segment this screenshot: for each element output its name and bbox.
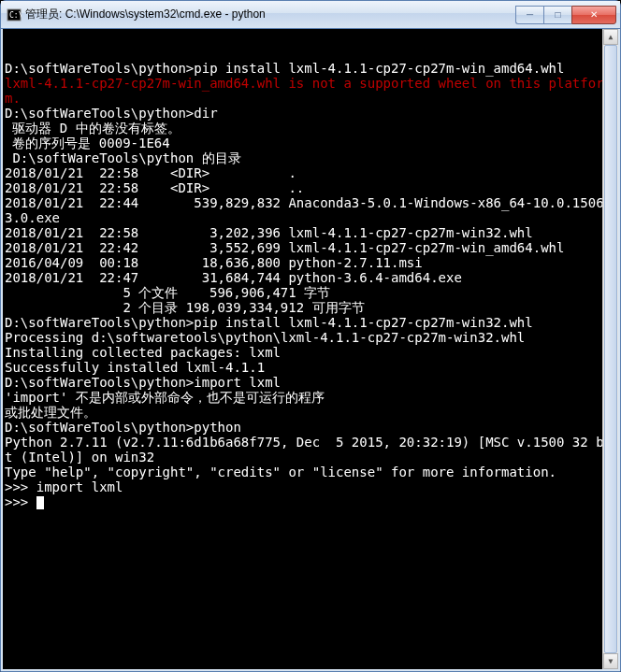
chevron-down-icon: ▼ [609,654,614,669]
terminal-line: D:\softWareTools\python>python [5,420,616,435]
vertical-scrollbar[interactable]: ▲ ▼ [602,29,618,669]
terminal-line: 2018/01/21 22:42 3,552,699 lxml-4.1.1-cp… [5,240,616,255]
terminal-area[interactable]: D:\softWareTools\python>pip install lxml… [1,29,620,671]
terminal-line: 驱动器 D 中的卷没有标签。 [5,121,616,136]
scroll-up-button[interactable]: ▲ [603,29,618,45]
cursor [36,496,44,509]
terminal-line: 2018/01/21 22:47 31,684,744 python-3.6.4… [5,270,616,285]
chevron-up-icon: ▲ [609,30,614,45]
terminal-line: 2018/01/21 22:58 <DIR> . [5,165,616,180]
window-controls: ─ □ ✕ [515,6,616,24]
terminal-line: Processing d:\softwaretools\python\lxml-… [5,330,616,345]
terminal-line: Type "help", "copyright", "credits" or "… [5,465,616,479]
terminal-line: Installing collected packages: lxml [5,345,616,360]
scroll-down-button[interactable]: ▼ [603,653,618,669]
terminal-line: 2018/01/21 22:58 <DIR> .. [5,180,616,195]
cmd-icon: C:\ [7,7,22,22]
terminal-line: D:\softWareTools\python>pip install lxml… [5,61,616,76]
terminal-line: 2018/01/21 22:44 539,829,832 Anaconda3-5… [5,195,616,225]
terminal-line: lxml-4.1.1-cp27-cp27m-win_amd64.whl is n… [5,76,616,106]
terminal-line: D:\softWareTools\python 的目录 [5,150,616,165]
terminal-line: D:\softWareTools\python>import lxml [5,375,616,390]
window-title: 管理员: C:\Windows\system32\cmd.exe - pytho… [25,7,515,22]
terminal-line: Successfully installed lxml-4.1.1 [5,360,616,375]
minimize-icon: ─ [527,9,533,20]
terminal-line: 卷的序列号是 0009-1E64 [5,136,616,150]
close-button[interactable]: ✕ [571,6,616,24]
terminal-line: 2016/04/09 00:18 18,636,800 python-2.7.1… [5,255,616,270]
close-icon: ✕ [590,9,598,20]
terminal-line: >>> [5,494,616,509]
svg-text:C:\: C:\ [9,11,22,20]
terminal-line: 5 个文件 596,906,471 字节 [5,285,616,300]
terminal-line: Python 2.7.11 (v2.7.11:6d1b6a68f775, Dec… [5,435,616,465]
minimize-button[interactable]: ─ [515,6,543,24]
scrollbar-track[interactable] [603,45,618,653]
cmd-window: C:\ 管理员: C:\Windows\system32\cmd.exe - p… [0,0,621,672]
terminal-content: D:\softWareTools\python>pip install lxml… [5,61,616,509]
terminal-line: D:\softWareTools\python>dir [5,106,616,121]
terminal-line: 'import' 不是内部或外部命令，也不是可运行的程序 [5,390,616,405]
terminal-line: 或批处理文件。 [5,405,616,420]
titlebar[interactable]: C:\ 管理员: C:\Windows\system32\cmd.exe - p… [1,1,620,29]
terminal-line: 2018/01/21 22:58 3,202,396 lxml-4.1.1-cp… [5,225,616,240]
scrollbar-thumb[interactable] [604,45,617,653]
maximize-button[interactable]: □ [543,6,571,24]
terminal-line: 2 个目录 198,039,334,912 可用字节 [5,300,616,315]
maximize-icon: □ [555,9,560,20]
terminal-line: >>> import lxml [5,479,616,494]
terminal-line: D:\softWareTools\python>pip install lxml… [5,315,616,330]
